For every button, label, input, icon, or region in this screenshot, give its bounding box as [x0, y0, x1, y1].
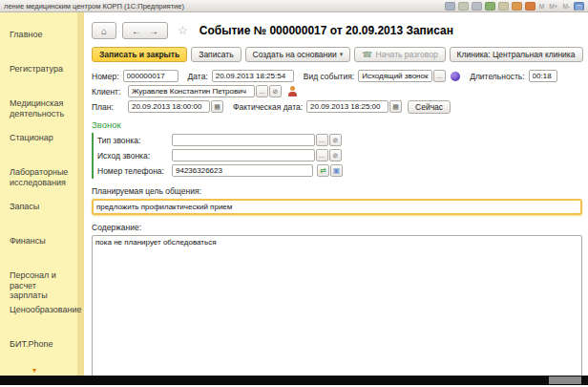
bottom-bar	[0, 376, 588, 385]
duration-label: Длительность:	[470, 72, 524, 81]
record-icon: ▣	[333, 166, 341, 175]
calendar-icon[interactable]	[512, 2, 522, 11]
sidebar-item-main[interactable]: Главное	[10, 30, 74, 64]
call-result-open-icon[interactable]: ⊘	[329, 149, 342, 161]
client-choose-button[interactable]: ...	[256, 85, 268, 97]
form-fields: Номер: Дата: Вид события: ... Длительнос…	[92, 69, 582, 387]
record-call-button[interactable]: ▣	[330, 164, 343, 177]
refresh-icon: ⇄	[320, 166, 326, 175]
actual-date-field[interactable]	[306, 100, 388, 113]
content-label: Содержание:	[92, 223, 582, 232]
quick-access-toolbar: M M+ M- ◫	[445, 2, 584, 11]
row-number-date-type: Номер: Дата: Вид события: ... Длительнос…	[92, 69, 582, 83]
home-icon: ⌂	[101, 26, 107, 36]
memory-m-button[interactable]: M	[538, 3, 545, 10]
row-phone: Номер телефона: ⇄ ▣	[97, 163, 582, 178]
client-open-icon[interactable]: ⊘	[269, 85, 282, 97]
sidebar-item-lab-research[interactable]: Лабораторные исследования	[10, 167, 74, 202]
call-section: Тип звонка: ... ⊘ Исход звонка: ... ⊘ Но…	[92, 133, 582, 179]
row-client: Клиент: ... ⊘	[92, 84, 582, 98]
call-result-choose-button[interactable]: ...	[316, 149, 328, 161]
row-call-type: Тип звонка: ... ⊘	[97, 133, 582, 147]
home-button[interactable]: ⌂	[92, 22, 116, 39]
main-panel: ⌂ ←→ ☆ Событие № 000000017 от 20.09.2013…	[84, 12, 588, 376]
form-header: ⌂ ←→ ☆ Событие № 000000017 от 20.09.2013…	[92, 22, 582, 39]
taskbar-item[interactable]	[549, 376, 581, 384]
event-type-field[interactable]	[358, 70, 432, 82]
sidebar-item-stocks[interactable]: Запасы	[10, 202, 74, 236]
history-nav: ←→	[122, 22, 168, 39]
sidebar-item-hospital[interactable]: Стационар	[10, 133, 74, 167]
call-type-choose-button[interactable]: ...	[316, 134, 328, 146]
now-button[interactable]: Сейчас	[408, 100, 451, 114]
services-icon[interactable]	[498, 2, 509, 11]
create-based-on-label: Создать на основании	[253, 50, 337, 59]
start-call-label: Начать разговор	[376, 50, 438, 59]
phone-number-field[interactable]	[172, 164, 313, 177]
favorite-star-icon[interactable]: ☆	[178, 24, 188, 37]
row-plan-actual: План: ▦ Фактическая дата: ▦ Сейчас	[92, 99, 582, 114]
sidebar-item-bit-phone[interactable]: БИТ.Phone	[10, 339, 74, 374]
call-type-open-icon[interactable]: ⊘	[329, 134, 342, 146]
window-title: ление медицинским центром КОРП (1С:Предп…	[4, 2, 184, 11]
client-field[interactable]	[128, 85, 255, 97]
save-close-button[interactable]: Записать и закрыть	[92, 47, 187, 62]
sidebar-more-icon[interactable]: ▾	[32, 366, 36, 375]
call-section-title: Звонок	[92, 119, 582, 130]
start-call-button[interactable]: ☎Начать разговор	[354, 47, 445, 62]
call-result-label: Исход звонка:	[97, 151, 168, 161]
sidebar-item-pricing[interactable]: Ценообразование	[10, 305, 74, 339]
back-icon[interactable]: ←	[132, 26, 141, 36]
search-icon[interactable]	[472, 2, 482, 11]
plan-calendar-icon[interactable]: ▦	[211, 100, 223, 113]
sidebar-item-registry[interactable]: Регистратура	[10, 64, 74, 98]
call-type-label: Тип звонка:	[97, 136, 168, 145]
client-label: Клиент:	[92, 87, 124, 97]
goal-label: Планируемая цель общения:	[92, 186, 582, 196]
memory-minus-button[interactable]: M-	[561, 3, 571, 10]
create-based-on-button[interactable]: Создать на основании▾	[245, 47, 351, 62]
call-type-field[interactable]	[172, 134, 315, 146]
actual-date-label: Фактическая дата:	[233, 102, 303, 112]
clinic-button[interactable]: Клиника: Центральная клиника	[450, 47, 583, 62]
event-type-label: Вид события:	[304, 72, 354, 81]
content-textarea[interactable]: пока не планирует обследоваться	[92, 235, 582, 381]
number-field[interactable]	[123, 70, 178, 82]
page-title: Событие № 000000017 от 20.09.2013 Записа…	[200, 24, 453, 37]
event-type-choose-button[interactable]: ...	[433, 70, 446, 82]
calculator-icon[interactable]	[525, 2, 536, 11]
info-icon[interactable]	[458, 2, 469, 11]
sidebar: Главное Регистратура Медицинская деятель…	[0, 12, 84, 376]
actual-calendar-icon[interactable]: ▦	[389, 100, 402, 113]
headset-icon[interactable]	[451, 72, 460, 81]
duration-field[interactable]	[529, 70, 557, 82]
save-icon[interactable]	[445, 2, 455, 11]
split-window-icon[interactable]: ◫	[574, 2, 584, 11]
row-call-result: Исход звонка: ... ⊘	[97, 148, 582, 162]
sidebar-item-finance[interactable]: Финансы	[10, 236, 74, 270]
date-label: Дата:	[188, 72, 208, 81]
plan-date-field[interactable]	[128, 100, 210, 113]
client-person-icon[interactable]	[286, 86, 298, 97]
goal-textarea[interactable]: предложить профилактический прием	[92, 199, 582, 215]
phone-number-label: Номер телефона:	[97, 166, 168, 176]
call-result-field[interactable]	[172, 149, 315, 161]
save-button[interactable]: Записать	[191, 47, 241, 62]
number-label: Номер:	[92, 72, 119, 81]
chevron-down-icon: ▾	[340, 51, 344, 58]
contacts-icon[interactable]	[485, 2, 495, 11]
app-window: ление медицинским центром КОРП (1С:Предп…	[0, 0, 588, 387]
window-titlebar: ление медицинским центром КОРП (1С:Предп…	[0, 0, 588, 12]
command-bar: Записать и закрыть Записать Создать на о…	[92, 47, 582, 62]
sidebar-item-personnel[interactable]: Персонал и расчет зарплаты	[10, 270, 74, 305]
sidebar-item-medical-activity[interactable]: Медицинская деятельность	[10, 98, 74, 133]
memory-plus-button[interactable]: M+	[548, 3, 558, 10]
refresh-numbers-button[interactable]: ⇄	[317, 164, 329, 177]
date-field[interactable]	[212, 70, 294, 82]
forward-icon[interactable]: →	[149, 26, 158, 36]
phone-icon: ☎	[362, 50, 372, 59]
plan-label: План:	[92, 102, 124, 112]
